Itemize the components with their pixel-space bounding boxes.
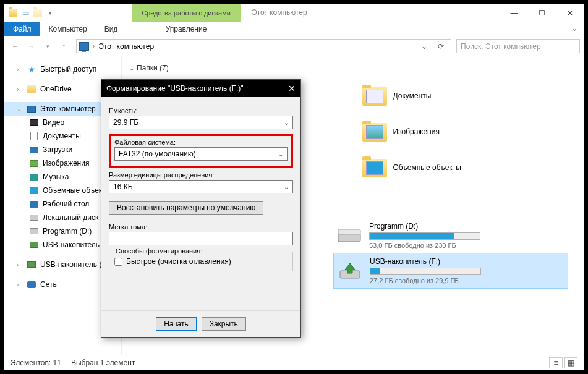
volume-label: Метка тома: [109,223,293,231]
history-dropdown[interactable]: ▾ [40,39,55,54]
start-button[interactable]: Начать [156,317,197,331]
new-folder-icon[interactable] [33,8,43,18]
drives-section: Programm (D:) 53,0 ГБ свободно из 230 ГБ… [333,218,576,289]
quick-format-input[interactable] [114,258,122,266]
close-button[interactable]: ✕ [556,4,584,22]
minimize-button[interactable]: — [500,4,528,22]
folders-section-header[interactable]: ⌄ Папки (7) [129,61,576,75]
properties-icon[interactable]: ▭ [20,8,30,18]
folder-icon [362,156,387,179]
allocation-combo[interactable]: 16 КБ⌄ [109,180,293,193]
quick-format-checkbox[interactable]: Быстрое (очистка оглавления) [114,257,288,266]
volume-input[interactable] [109,232,293,245]
back-button[interactable]: ← [8,39,23,54]
tree-quick-access[interactable]: ›★Быстрый доступ [4,62,121,76]
forward-button[interactable]: → [24,39,39,54]
format-methods-legend: Способы форматирования: [113,247,205,255]
capacity-label: Емкость: [109,107,293,114]
dialog-title-text: Форматирование "USB-накопитель (F:)" [106,84,244,93]
status-item-count: Элементов: 11 [11,359,61,367]
dialog-titlebar: Форматирование "USB-накопитель (F:)" ✕ [101,80,300,97]
address-text: Этот компьютер [98,42,154,51]
tab-file[interactable]: Файл [4,22,40,36]
navigation-bar: ← → ▾ ↑ › Этот компьютер ⌄ ⟳ Поиск: Этот… [4,36,584,56]
view-details-button[interactable]: ≡ [549,357,563,368]
view-icons-button[interactable]: ▦ [564,357,577,368]
drive-free-text: 53,0 ГБ свободно из 230 ГБ [369,242,565,249]
drive-name: Programm (D:) [369,222,565,231]
filesystem-highlight: Файловая система: FAT32 (по умолчанию)⌄ [109,134,293,168]
drive-free-text: 27,2 ГБ свободно из 29,9 ГБ [370,277,564,284]
chevron-right-icon: › [93,43,95,49]
contextual-tab-group: Средства работы с дисками Управление [132,4,241,36]
svg-rect-1 [338,229,360,234]
maximize-button[interactable]: ☐ [528,4,556,22]
search-placeholder: Поиск: Этот компьютер [461,42,541,51]
ribbon-tabs: Файл Компьютер Вид ⌄ [4,22,584,36]
ribbon-collapse-icon[interactable]: ⌄ [565,22,584,36]
folder-documents[interactable]: Документы [362,82,577,109]
allocation-label: Размер единицы распределения: [109,171,293,179]
folder-icon [362,85,387,107]
status-selection: Выбран 1 элемент [71,359,135,367]
pc-icon [79,42,89,51]
quick-access-toolbar: ▭ ▾ [4,8,55,18]
drive-usage-bar [370,268,481,275]
drive-name: USB-накопитель (F:) [370,257,564,266]
hdd-icon [337,226,362,245]
contextual-header: Средства работы с дисками [132,4,241,22]
folder-images[interactable]: Изображения [362,118,577,145]
chevron-down-icon: ⌄ [129,65,134,72]
window-title: Этот компьютер [252,8,307,17]
format-methods-group: Способы форматирования: Быстрое (очистка… [109,252,293,271]
folder-3d-objects[interactable]: Объемные объекты [362,154,577,181]
refresh-icon[interactable]: ⟳ [433,42,448,51]
address-bar[interactable]: › Этот компьютер ⌄ ⟳ [76,39,451,53]
status-bar: Элементов: 11 Выбран 1 элемент ≡ ▦ [4,355,584,370]
folder-icon [362,121,387,143]
chevron-down-icon: ⌄ [284,119,289,126]
filesystem-label: Файловая система: [114,138,288,146]
chevron-down-icon: ⌄ [284,184,289,190]
drive-usb-f[interactable]: USB-накопитель (F:) 27,2 ГБ свободно из … [333,253,568,289]
search-input[interactable]: Поиск: Этот компьютер [456,39,580,53]
filesystem-combo[interactable]: FAT32 (по умолчанию)⌄ [114,147,288,161]
close-button[interactable]: Закрыть [202,317,246,331]
dialog-buttons: Начать Закрыть [101,310,300,337]
chevron-down-icon: ⌄ [278,151,283,158]
usb-icon [338,261,362,281]
app-icon [8,8,18,18]
drive-usage-bar [369,232,480,240]
up-button[interactable]: ↑ [56,39,71,54]
format-dialog: Форматирование "USB-накопитель (F:)" ✕ Е… [101,79,301,338]
dialog-close-button[interactable]: ✕ [288,83,296,93]
qat-dropdown-icon[interactable]: ▾ [45,8,55,18]
restore-defaults-button[interactable]: Восстановить параметры по умолчанию [109,201,263,215]
tab-manage[interactable]: Управление [132,22,241,36]
window-controls: — ☐ ✕ [500,4,584,22]
tab-computer[interactable]: Компьютер [40,22,96,36]
address-dropdown-icon[interactable]: ⌄ [419,42,430,51]
drive-programm-d[interactable]: Programm (D:) 53,0 ГБ свободно из 230 ГБ [333,218,568,253]
tab-view[interactable]: Вид [96,22,127,36]
capacity-combo[interactable]: 29,9 ГБ⌄ [109,116,293,129]
